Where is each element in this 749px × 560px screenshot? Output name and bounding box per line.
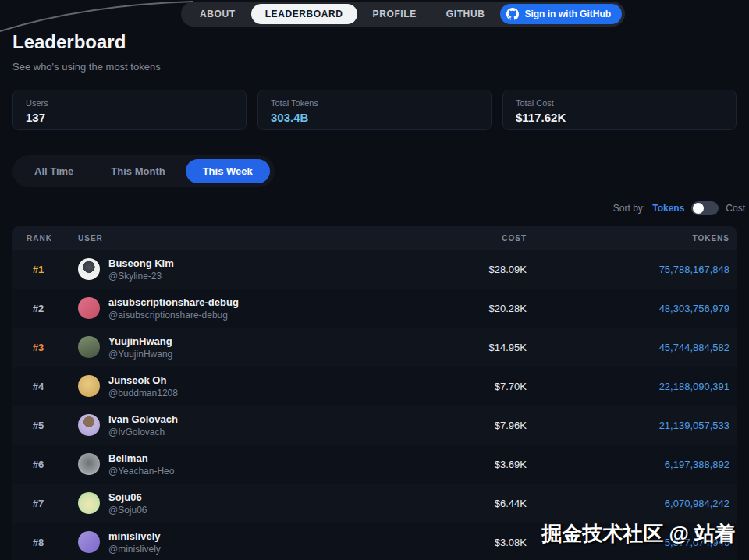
cost-value: $20.28K [339, 303, 534, 314]
table-row[interactable]: #5 Ivan Golovach @IvGolovach $7.96K 21,1… [12, 406, 737, 445]
table-header: RANK USER COST TOKENS [12, 226, 737, 250]
cost-value: $28.09K [339, 264, 534, 275]
user-handle: @buddman1208 [108, 387, 178, 399]
stat-card-users: Users 137 [12, 90, 247, 130]
user-name: aisubscriptionshare-debug [108, 296, 239, 310]
avatar [78, 297, 100, 319]
tokens-value: 6,197,388,892 [534, 459, 737, 470]
cost-value: $14.95K [339, 342, 534, 353]
user-handle: @Soju06 [108, 504, 147, 516]
user-name: Bellman [108, 452, 174, 466]
rank-badge: #2 [12, 303, 64, 314]
stat-value: 303.4B [271, 111, 478, 124]
cost-value: $7.96K [339, 420, 534, 431]
stat-value: 137 [26, 111, 233, 124]
user-name: Junseok Oh [108, 374, 178, 388]
table-row[interactable]: #4 Junseok Oh @buddman1208 $7.70K 22,188… [12, 367, 737, 406]
table-row[interactable]: #3 YuujinHwang @YuujinHwang $14.95K 45,7… [12, 328, 737, 367]
time-filter-tabs: All Time This Month This Week [12, 155, 275, 187]
signin-github-button[interactable]: Sign in with GitHub [500, 4, 622, 24]
tab-this-month[interactable]: This Month [94, 159, 182, 183]
signin-label: Sign in with GitHub [524, 9, 611, 19]
leaderboard-table: RANK USER COST TOKENS #1 Buseong Kim @Sk… [12, 226, 737, 560]
tab-this-week[interactable]: This Week [186, 159, 270, 183]
table-row[interactable]: #1 Buseong Kim @Skyline-23 $28.09K 75,78… [12, 250, 737, 289]
avatar [78, 492, 100, 514]
tokens-value: 48,303,756,979 [534, 303, 737, 314]
user-name: Soju06 [108, 491, 147, 505]
user-handle: @YuujinHwang [108, 348, 172, 360]
table-row[interactable]: #7 Soju06 @Soju06 $6.44K 6,070,984,242 [12, 484, 737, 523]
tokens-value: 6,070,984,242 [534, 498, 737, 509]
github-icon [506, 8, 519, 20]
stat-label: Total Cost [516, 98, 723, 108]
avatar [78, 531, 100, 553]
stat-card-total-cost: Total Cost $117.62K [502, 90, 737, 130]
user-name: Buseong Kim [108, 257, 174, 271]
avatar [78, 414, 100, 436]
table-row[interactable]: #2 aisubscriptionshare-debug @aisubscrip… [12, 289, 737, 328]
main-content: Leaderboard See who's using the most tok… [0, 23, 749, 560]
tokens-value: 45,744,884,582 [534, 342, 737, 353]
tokens-value: 21,139,057,533 [534, 420, 737, 431]
user-handle: @IvGolovach [108, 426, 178, 438]
user-handle: @Yeachan-Heo [108, 465, 174, 477]
toggle-knob [693, 203, 704, 214]
user-handle: @minislively [108, 543, 161, 555]
rank-badge: #1 [12, 264, 64, 275]
sort-controls: Sort by: Tokens Cost [12, 201, 745, 215]
stat-label: Total Tokens [271, 98, 478, 108]
user-handle: @aisubscriptionshare-debug [108, 309, 239, 321]
cost-value: $7.70K [339, 381, 534, 392]
rank-badge: #7 [12, 498, 64, 509]
tokens-value: 5,377,074,946 [534, 537, 737, 548]
column-header-rank: RANK [12, 234, 64, 243]
user-name: minislively [108, 530, 161, 544]
rank-badge: #3 [12, 342, 64, 353]
sort-option-cost[interactable]: Cost [726, 203, 745, 214]
avatar [78, 453, 100, 475]
stat-card-total-tokens: Total Tokens 303.4B [257, 90, 492, 130]
stat-value: $117.62K [516, 111, 723, 124]
user-handle: @Skyline-23 [108, 270, 174, 282]
column-header-user: USER [64, 234, 339, 243]
nav-item-profile[interactable]: PROFILE [359, 4, 431, 24]
sort-option-tokens[interactable]: Tokens [652, 203, 684, 214]
column-header-cost: COST [339, 234, 534, 243]
sort-by-label: Sort by: [613, 203, 645, 214]
rank-badge: #8 [12, 537, 64, 548]
column-header-tokens: TOKENS [534, 234, 737, 243]
table-row[interactable]: #6 Bellman @Yeachan-Heo $3.69K 6,197,388… [12, 445, 737, 484]
avatar [78, 336, 100, 358]
nav-item-leaderboard[interactable]: LEADERBOARD [251, 4, 357, 24]
nav-item-github[interactable]: GITHUB [432, 4, 499, 24]
user-name: YuujinHwang [108, 335, 172, 349]
rank-badge: #6 [12, 459, 64, 470]
table-row[interactable]: #8 minislively @minislively $3.08K 5,377… [12, 523, 737, 560]
tokens-value: 22,188,090,391 [534, 381, 737, 392]
stats-row: Users 137 Total Tokens 303.4B Total Cost… [12, 90, 737, 130]
tab-all-time[interactable]: All Time [17, 159, 91, 183]
tokens-value: 75,788,167,848 [534, 264, 737, 275]
sort-toggle-switch[interactable] [691, 201, 719, 215]
rank-badge: #5 [12, 420, 64, 431]
top-navigation-bar: ABOUT LEADERBOARD PROFILE GITHUB Sign in… [0, 0, 749, 25]
nav-item-about[interactable]: ABOUT [186, 4, 250, 24]
cost-value: $3.69K [339, 459, 534, 470]
rank-badge: #4 [12, 381, 64, 392]
avatar [78, 375, 100, 397]
cost-value: $3.08K [339, 537, 534, 548]
user-name: Ivan Golovach [108, 413, 178, 427]
cost-value: $6.44K [339, 498, 534, 509]
stat-label: Users [26, 98, 233, 108]
page-subtitle: See who's using the most tokens [12, 61, 737, 73]
avatar [78, 258, 100, 280]
page-title: Leaderboard [12, 31, 737, 53]
